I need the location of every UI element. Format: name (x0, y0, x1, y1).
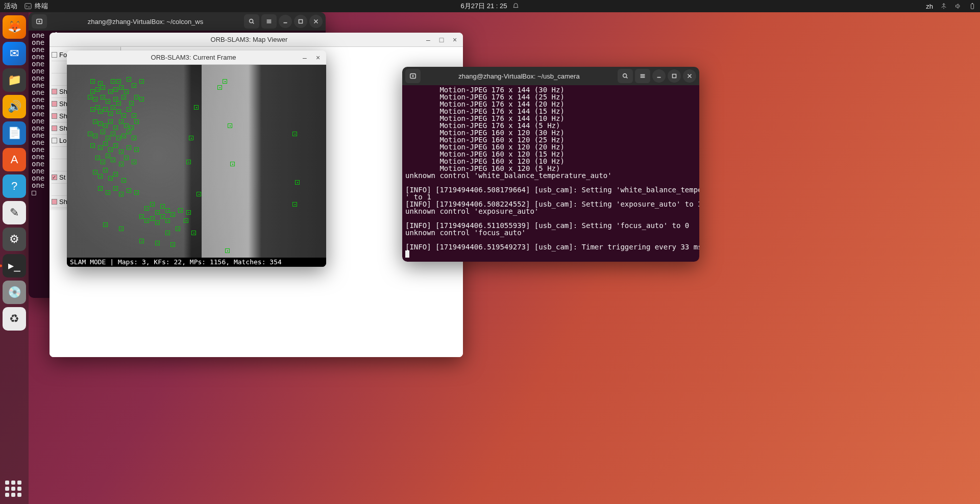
orb-feature (134, 95, 139, 99)
orb-feature (113, 143, 118, 148)
maximize-button[interactable] (294, 15, 307, 28)
dock-settings[interactable]: ⚙ (3, 228, 26, 251)
dock-firefox[interactable]: 🦊 (3, 15, 26, 39)
orb-feature (124, 123, 129, 128)
checkbox[interactable] (52, 125, 57, 131)
mapviewer-title: ORB-SLAM3: Map Viewer (74, 36, 424, 43)
orb-feature (155, 210, 160, 215)
orb-feature (106, 136, 110, 140)
new-tab-button[interactable] (405, 69, 421, 83)
menu-button[interactable] (261, 14, 277, 29)
orb-feature (150, 202, 155, 207)
orb-feature (113, 87, 118, 92)
orb-feature (127, 145, 131, 150)
checkbox[interactable] (52, 52, 57, 58)
close-button[interactable] (309, 15, 323, 28)
orb-feature (111, 79, 115, 84)
search-button[interactable] (244, 14, 259, 29)
current-frame-window[interactable]: ORB-SLAM3: Current Frame – × SLAM MODE |… (67, 51, 326, 267)
dock-help[interactable]: ? (3, 174, 26, 198)
minimize-button[interactable] (652, 69, 666, 83)
checkbox[interactable] (52, 138, 57, 143)
orb-feature (119, 226, 124, 231)
checkbox[interactable] (52, 101, 57, 107)
orb-feature (111, 132, 115, 136)
show-applications[interactable] (5, 481, 21, 497)
orb-feature (93, 97, 97, 102)
dock-rhythmbox[interactable]: 🔊 (3, 95, 26, 118)
orb-feature (106, 190, 110, 195)
terminal2-body[interactable]: Motion-JPEG 176 x 144 (30 Hz) Motion-JPE… (402, 85, 699, 262)
clock[interactable]: 6月27日 21 : 25 (460, 2, 507, 11)
menu-button[interactable] (635, 69, 650, 83)
svg-rect-0 (25, 4, 31, 9)
dock-disk[interactable]: 💿 (3, 281, 26, 304)
checkbox[interactable] (52, 174, 57, 180)
svg-rect-2 (972, 3, 973, 4)
terminal1-titlebar[interactable]: zhang@zhang-VirtualBox: ~/colcon_ws (29, 12, 326, 31)
orb-feature (165, 218, 170, 223)
checkbox[interactable] (52, 113, 57, 119)
orb-feature (108, 89, 113, 94)
top-bar: 活动 终端 6月27日 21 : 25 zh (0, 0, 980, 12)
new-tab-button[interactable] (32, 14, 47, 29)
dock-thunderbird[interactable]: ✉ (3, 42, 26, 65)
orb-feature (191, 231, 196, 235)
orb-feature (113, 172, 118, 177)
orb-feature (134, 147, 139, 152)
orb-feature (155, 220, 160, 225)
orb-feature (225, 248, 230, 253)
orb-feature (101, 160, 105, 164)
checkbox[interactable] (52, 199, 57, 205)
orb-feature (119, 119, 124, 124)
input-lang[interactable]: zh (926, 3, 933, 10)
mapviewer-titlebar[interactable]: ORB-SLAM3: Map Viewer – □ × (50, 33, 463, 47)
orb-feature (132, 113, 136, 118)
activities-button[interactable]: 活动 (4, 2, 17, 11)
terminal1-title: zhang@zhang-VirtualBox: ~/colcon_ws (47, 18, 244, 26)
orb-feature (101, 95, 105, 99)
orb-feature (134, 190, 139, 195)
orb-feature (150, 216, 155, 221)
minimize-button[interactable]: – (301, 54, 309, 62)
svg-point-4 (250, 19, 253, 23)
orb-feature (98, 121, 103, 126)
maximize-button[interactable]: □ (437, 36, 446, 44)
orb-feature (103, 168, 108, 172)
app-menu[interactable]: 终端 (24, 2, 48, 11)
orb-feature (155, 241, 160, 245)
dock-trash[interactable]: ♻ (3, 307, 26, 331)
battery-icon[interactable] (969, 3, 976, 10)
maximize-button[interactable] (668, 69, 681, 83)
orb-feature (129, 101, 134, 106)
dock-software[interactable]: A (3, 148, 26, 171)
close-button[interactable] (683, 69, 696, 83)
dock-text-editor[interactable]: ✎ (3, 201, 26, 224)
search-button[interactable] (618, 69, 633, 83)
dock-terminal[interactable]: ▸_ (3, 254, 26, 278)
checkbox[interactable] (52, 89, 57, 94)
orb-feature (176, 226, 180, 231)
orb-feature (127, 107, 131, 112)
currentframe-titlebar[interactable]: ORB-SLAM3: Current Frame – × (67, 51, 326, 65)
volume-icon[interactable] (954, 3, 962, 10)
close-button[interactable]: × (451, 36, 459, 44)
orb-feature (139, 97, 144, 102)
dock-writer[interactable]: 📄 (3, 121, 26, 145)
orb-feature (113, 186, 118, 191)
orb-feature (178, 208, 183, 213)
dock-files[interactable]: 📁 (3, 68, 26, 92)
network-icon[interactable] (940, 3, 947, 10)
orb-feature (101, 85, 105, 90)
orb-feature (98, 186, 103, 191)
terminal-window-usbcamera[interactable]: zhang@zhang-VirtualBox: ~/usb_camera Mot… (402, 67, 699, 262)
orb-feature (184, 218, 188, 223)
terminal2-titlebar[interactable]: zhang@zhang-VirtualBox: ~/usb_camera (402, 67, 699, 85)
close-button[interactable]: × (314, 54, 322, 62)
orb-feature (295, 180, 300, 185)
minimize-button[interactable]: – (424, 36, 432, 44)
orb-feature (139, 214, 144, 219)
minimize-button[interactable] (279, 15, 292, 28)
orb-feature (95, 87, 100, 92)
orb-feature (165, 231, 170, 235)
